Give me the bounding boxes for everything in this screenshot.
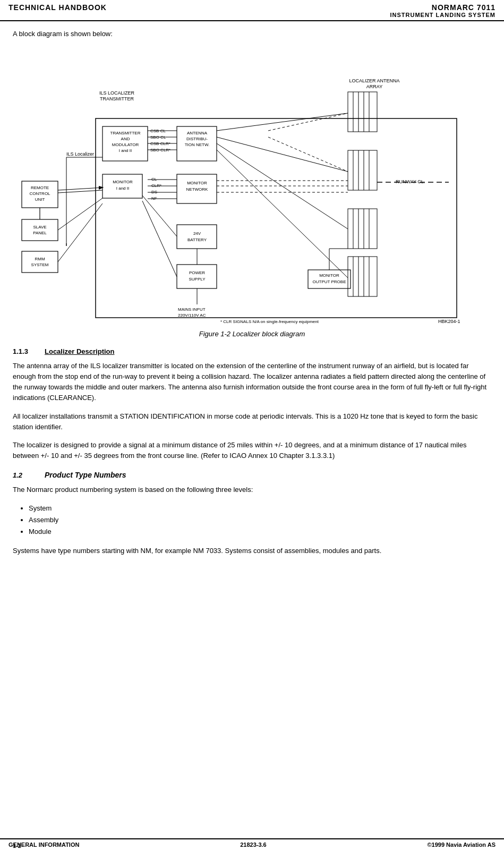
svg-line-76: [142, 196, 177, 236]
section-1-1-3-para3: The localizer is designed to provide a s…: [13, 440, 491, 461]
svg-text:BATTERY: BATTERY: [187, 237, 207, 242]
svg-text:DISTRIBU-: DISTRIBU-: [186, 137, 208, 141]
svg-text:POWER: POWER: [189, 270, 204, 275]
footer-center: 21823-3.6: [240, 842, 267, 848]
section-1-1-3-para1: The antenna array of the ILS localizer t…: [13, 361, 491, 404]
section-num-1-2: 1.2: [13, 471, 45, 479]
figure-caption: Figure 1-2 Localizer block diagram: [13, 330, 491, 338]
svg-line-39: [268, 113, 348, 131]
svg-text:MONITOR: MONITOR: [319, 273, 339, 278]
page-content: A block diagram is shown below: LOCALIZE…: [0, 21, 504, 850]
svg-text:ILS Localizer: ILS Localizer: [66, 151, 94, 157]
svg-text:RUNWAY CL.: RUNWAY CL.: [396, 179, 425, 184]
antenna-array-top: [348, 92, 377, 132]
antenna-array-bot: [348, 257, 377, 296]
antenna-array-mid2: [348, 209, 377, 249]
footer-right: ©1999 Navia Aviation AS: [427, 842, 496, 848]
svg-text:RMM: RMM: [35, 257, 45, 261]
svg-text:SLAVE: SLAVE: [33, 225, 46, 230]
svg-line-35: [217, 113, 348, 131]
section-1-2-after-bullets: Systems have type numbers starting with …: [13, 546, 491, 556]
bullet-assembly: Assembly: [29, 514, 491, 526]
section-num-1-1-3: 1.1.3: [13, 347, 45, 355]
svg-line-40: [268, 137, 348, 172]
svg-text:I and II: I and II: [116, 186, 129, 191]
svg-text:TION NETW.: TION NETW.: [184, 142, 209, 147]
page-number: 1-2: [13, 843, 21, 849]
svg-text:SYSTEM: SYSTEM: [31, 262, 48, 267]
diagram-svg: LOCALIZER ANTENNA ARRAY ILS LOCALIZER TR…: [13, 44, 491, 326]
section-title-1-2: Product Type Numbers: [45, 471, 126, 479]
svg-rect-15: [348, 257, 377, 296]
slave-panel-box: [22, 219, 58, 241]
svg-rect-0: [348, 92, 377, 132]
svg-text:PANEL: PANEL: [33, 231, 47, 235]
svg-text:MODULATOR: MODULATOR: [112, 142, 139, 147]
svg-text:NETWORK: NETWORK: [186, 187, 208, 192]
page-footer: GENERAL INFORMATION 21823-3.6 ©1999 Navi…: [0, 838, 504, 850]
svg-text:TRANSMITTER: TRANSMITTER: [110, 131, 140, 135]
svg-text:CONTROL: CONTROL: [29, 191, 50, 196]
bullet-system: System: [29, 503, 491, 514]
bullet-list: System Assembly Module: [29, 503, 491, 538]
svg-text:SUPPLY: SUPPLY: [189, 277, 206, 282]
svg-text:MONITOR: MONITOR: [113, 180, 133, 184]
svg-text:24V: 24V: [193, 231, 201, 236]
svg-text:220V/110V AC: 220V/110V AC: [178, 313, 206, 318]
header-left-title: TECHNICAL HANDBOOK: [8, 3, 107, 12]
diagram-border: [96, 118, 457, 318]
svg-text:MAINS INPUT: MAINS INPUT: [178, 307, 206, 312]
svg-text:ANTENNA: ANTENNA: [186, 131, 207, 135]
svg-line-36: [217, 137, 348, 172]
svg-text:HBK204-1: HBK204-1: [438, 319, 460, 324]
block-diagram: LOCALIZER ANTENNA ARRAY ILS LOCALIZER TR…: [13, 44, 491, 326]
svg-rect-5: [348, 150, 377, 190]
svg-line-38: [217, 150, 348, 278]
section-1-2-para1: The Normarc product numbering system is …: [13, 484, 491, 495]
antenna-array-mid1: [348, 150, 377, 190]
page-header: TECHNICAL HANDBOOK NORMARC 7011 INSTRUME…: [0, 0, 504, 21]
header-product-title: NORMARC 7011: [390, 3, 496, 12]
header-right: NORMARC 7011 INSTRUMENT LANDING SYSTEM: [390, 3, 496, 18]
svg-rect-10: [348, 209, 377, 249]
section-title-1-1-3: Localizer Description: [45, 347, 114, 355]
localizer-antenna-label: LOCALIZER ANTENNA: [349, 78, 399, 83]
intro-text: A block diagram is shown below:: [13, 30, 491, 38]
rmm-system-box: [22, 251, 58, 273]
svg-text:AND: AND: [121, 137, 130, 141]
svg-text:UNIT: UNIT: [35, 197, 45, 202]
header-system-title: INSTRUMENT LANDING SYSTEM: [390, 12, 496, 18]
ils-tx-label: ILS LOCALIZER: [99, 90, 134, 96]
battery-box: [177, 225, 217, 249]
localizer-antenna-label2: ARRAY: [366, 84, 382, 89]
section-1-1-3-heading: 1.1.3 Localizer Description: [13, 347, 491, 355]
svg-text:I and II: I and II: [118, 148, 131, 153]
svg-line-87: [142, 201, 177, 277]
svg-text:OUTPUT PROBE: OUTPUT PROBE: [312, 279, 346, 284]
bullet-module: Module: [29, 526, 491, 538]
svg-text:REMOTE: REMOTE: [30, 185, 48, 190]
ils-tx-label2: TRANSMITTER: [100, 96, 134, 101]
svg-text:MONITOR: MONITOR: [187, 181, 207, 185]
svg-text:* CLR SIGNALS N/A on single-fr: * CLR SIGNALS N/A on single-frequency eq…: [220, 319, 319, 324]
section-1-1-3-para2: All localizer installations transmit a S…: [13, 411, 491, 432]
section-1-2-heading: 1.2 Product Type Numbers: [13, 471, 491, 479]
